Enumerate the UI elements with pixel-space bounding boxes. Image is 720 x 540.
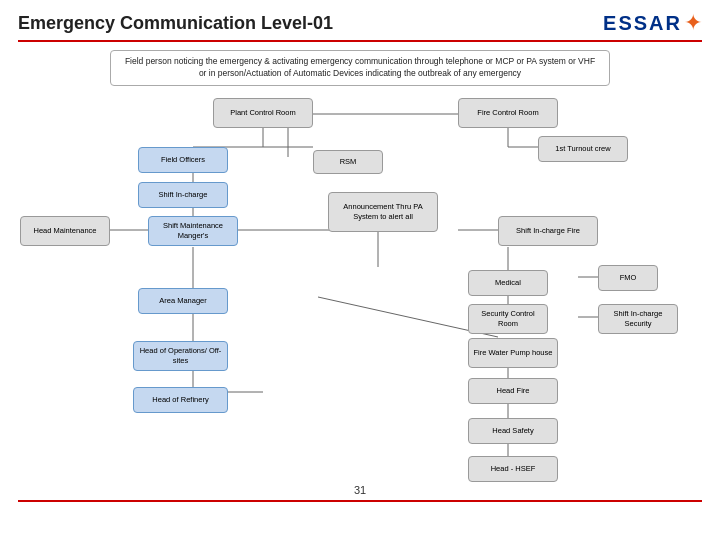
fire-water-pump-node: Fire Water Pump house: [468, 338, 558, 368]
head-fire-node: Head Fire: [468, 378, 558, 404]
field-officers-node: Field Officers: [138, 147, 228, 173]
head-refinery-node: Head of Refinery: [133, 387, 228, 413]
page-number: 31: [18, 484, 702, 496]
shift-incharge-node: Shift In-charge: [138, 182, 228, 208]
logo-text: ESSAR: [603, 12, 682, 35]
head-operations-node: Head of Operations/ Off-sites: [133, 341, 228, 371]
area-manager-node: Area Manager: [138, 288, 228, 314]
fire-control-room-node: Fire Control Room: [458, 98, 558, 128]
chart-area: Plant Control Room Fire Control Room Fie…: [18, 92, 702, 482]
page: Emergency Communication Level-01 ESSAR ✦…: [0, 0, 720, 540]
rsm-node: RSM: [313, 150, 383, 174]
shift-maintenance-node: Shift Maintenance Manger's: [148, 216, 238, 246]
shift-incharge-fire-node: Shift In-charge Fire: [498, 216, 598, 246]
head-safety-node: Head Safety: [468, 418, 558, 444]
head-maintenance-node: Head Maintenance: [20, 216, 110, 246]
top-divider: [18, 40, 702, 42]
description-box: Field person noticing the emergency & ac…: [110, 50, 610, 86]
announcement-node: Announcement Thru PA System to alert all: [328, 192, 438, 232]
medical-node: Medical: [468, 270, 548, 296]
fmo-node: FMO: [598, 265, 658, 291]
security-control-room-node: Security Control Room: [468, 304, 548, 334]
head-hsef-node: Head - HSEF: [468, 456, 558, 482]
bottom-divider: [18, 500, 702, 502]
header: Emergency Communication Level-01 ESSAR ✦: [18, 10, 702, 36]
first-turnout-node: 1st Turnout crew: [538, 136, 628, 162]
logo: ESSAR ✦: [603, 10, 702, 36]
logo-star-icon: ✦: [684, 10, 702, 36]
shift-incharge-security-node: Shift In-charge Security: [598, 304, 678, 334]
plant-control-room-node: Plant Control Room: [213, 98, 313, 128]
page-title: Emergency Communication Level-01: [18, 13, 333, 34]
